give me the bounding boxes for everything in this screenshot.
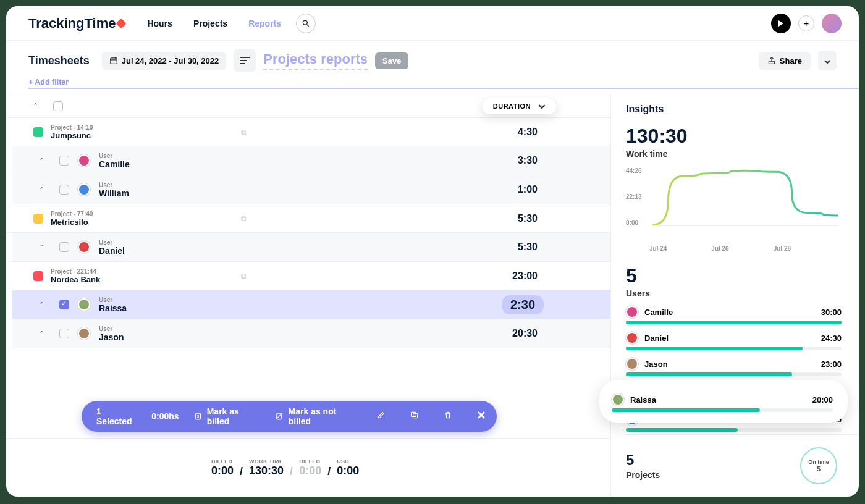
selection-action-bar: 1 Selected 0:00hs $ Mark as billed Mark … bbox=[82, 401, 497, 432]
total-work-time: 130:30 bbox=[249, 464, 284, 477]
share-button[interactable]: Share bbox=[759, 52, 811, 70]
external-link-icon[interactable]: ⧉ bbox=[241, 128, 247, 136]
share-dropdown[interactable] bbox=[818, 51, 837, 70]
user-name: Camille bbox=[99, 159, 130, 169]
nav-projects[interactable]: Projects bbox=[193, 19, 227, 28]
delete-button[interactable] bbox=[439, 411, 457, 422]
project-color-icon bbox=[33, 127, 43, 137]
user-row[interactable]: ⌃ UserRaissa 2:30 bbox=[6, 290, 610, 319]
list-icon bbox=[240, 57, 250, 64]
total-usd: 0:00 bbox=[337, 464, 359, 477]
project-row[interactable]: Project - 221:44Nordea Bank ⧉ 23:00 bbox=[6, 262, 610, 290]
user-breakdown-row[interactable]: Daniel24:30 bbox=[626, 332, 842, 344]
row-checkbox[interactable] bbox=[59, 329, 69, 338]
insights-projects-label: Projects bbox=[626, 470, 660, 480]
row-checkbox[interactable] bbox=[59, 242, 69, 252]
row-duration: 23:00 bbox=[512, 271, 538, 282]
user-row[interactable]: ⌃ UserJason 20:30 bbox=[6, 319, 610, 348]
row-caret[interactable]: ⌃ bbox=[35, 330, 48, 338]
user-breakdown-row[interactable]: Camille30:00 bbox=[626, 306, 842, 318]
chevron-down-icon bbox=[824, 60, 830, 64]
row-caret[interactable]: ⌃ bbox=[35, 301, 48, 309]
close-bar-button[interactable] bbox=[472, 411, 491, 422]
profile-avatar[interactable] bbox=[822, 14, 842, 33]
svg-text:$: $ bbox=[197, 414, 199, 418]
duration-header-dropdown[interactable]: DURATION bbox=[481, 98, 557, 115]
external-link-icon[interactable]: ⧉ bbox=[241, 272, 247, 280]
selection-count: 1 Selected bbox=[96, 406, 137, 426]
user-breakdown-row[interactable]: Jason23:00 bbox=[626, 358, 842, 370]
user-label: User bbox=[99, 153, 130, 159]
mark-billed-button[interactable]: $ Mark as billed bbox=[194, 406, 261, 426]
user-row[interactable]: ⌃ UserDaniel 5:30 bbox=[6, 233, 610, 262]
project-row[interactable]: Project - 14:10Jumpsunc ⧉ 4:30 bbox=[6, 118, 610, 146]
user-bar-name: Jason bbox=[644, 359, 815, 369]
row-caret[interactable]: ⌃ bbox=[35, 243, 48, 251]
nav-hours[interactable]: Hours bbox=[147, 19, 172, 28]
row-duration: 5:30 bbox=[518, 213, 538, 224]
select-all-checkbox[interactable] bbox=[53, 101, 63, 111]
add-filter-button[interactable]: + Add filter bbox=[28, 78, 859, 89]
row-checkbox[interactable] bbox=[59, 185, 69, 195]
user-label: User bbox=[99, 239, 125, 246]
user-bar-name: Daniel bbox=[644, 334, 815, 343]
user-avatar-icon bbox=[78, 154, 90, 167]
total-billed: 0:00 bbox=[211, 464, 234, 477]
user-avatar-icon bbox=[612, 393, 624, 406]
insights-users-label: Users bbox=[626, 288, 842, 298]
project-color-icon bbox=[33, 214, 43, 224]
user-breakdown-highlight[interactable]: Raissa20:00 bbox=[599, 380, 848, 423]
share-icon bbox=[767, 56, 776, 65]
nav-reports[interactable]: Reports bbox=[248, 19, 281, 28]
search-icon bbox=[302, 19, 310, 28]
project-name: Nordea Bank bbox=[51, 275, 100, 284]
project-meta: Project - 77:40 bbox=[51, 211, 93, 217]
logo-mark-icon bbox=[116, 18, 127, 28]
project-row[interactable]: Project - 77:40Metricsilo ⧉ 5:30 bbox=[6, 204, 610, 233]
row-caret[interactable]: ⌃ bbox=[35, 157, 48, 165]
row-duration: 5:30 bbox=[518, 242, 538, 253]
top-nav: TrackingTime Hours Projects Reports + bbox=[6, 6, 859, 41]
logo[interactable]: TrackingTime bbox=[28, 15, 125, 32]
user-avatar-icon bbox=[78, 298, 90, 311]
project-name: Jumpsunc bbox=[51, 131, 93, 140]
row-caret[interactable]: ⌃ bbox=[35, 186, 48, 194]
ontime-badge: On time 5 bbox=[800, 447, 837, 484]
chevron-down-icon bbox=[538, 104, 546, 109]
edit-button[interactable] bbox=[371, 411, 390, 422]
user-avatar-icon bbox=[626, 358, 638, 370]
play-button[interactable] bbox=[771, 14, 791, 33]
row-duration: 2:30 bbox=[502, 295, 544, 314]
report-title-input[interactable]: Projects reports bbox=[263, 51, 368, 70]
total-billed-2: 0:00 bbox=[299, 464, 321, 477]
row-checkbox[interactable] bbox=[59, 156, 69, 166]
user-bar-time: 20:00 bbox=[812, 395, 833, 405]
row-duration: 3:30 bbox=[518, 155, 538, 166]
user-row[interactable]: ⌃ UserCamille 3:30 bbox=[6, 146, 610, 175]
collapse-all[interactable]: ⌃ bbox=[28, 102, 42, 110]
user-bar-name: Camille bbox=[644, 308, 815, 317]
receipt-slash-icon bbox=[275, 412, 283, 421]
mark-not-billed-button[interactable]: Mark as not billed bbox=[275, 406, 357, 426]
row-duration: 1:00 bbox=[518, 184, 538, 195]
add-button[interactable]: + bbox=[798, 15, 814, 32]
user-avatar-icon bbox=[78, 183, 90, 196]
save-button[interactable]: Save bbox=[375, 52, 408, 69]
insights-title: Insights bbox=[626, 104, 842, 115]
external-link-icon[interactable]: ⧉ bbox=[241, 214, 247, 223]
date-range-picker[interactable]: Jul 24, 2022 - Jul 30, 2022 bbox=[102, 52, 227, 70]
svg-rect-15 bbox=[411, 412, 416, 416]
user-label: User bbox=[99, 326, 124, 332]
user-avatar-icon bbox=[78, 241, 90, 253]
row-checkbox[interactable] bbox=[59, 300, 69, 309]
user-bar-time: 24:30 bbox=[821, 334, 842, 343]
report-toolbar: Timesheets Jul 24, 2022 - Jul 30, 2022 P… bbox=[6, 41, 859, 78]
search-button[interactable] bbox=[296, 14, 316, 33]
copy-button[interactable] bbox=[405, 411, 424, 422]
view-options-button[interactable] bbox=[234, 49, 256, 72]
svg-rect-2 bbox=[110, 58, 117, 64]
user-row[interactable]: ⌃ UserWilliam 1:00 bbox=[6, 175, 610, 204]
user-bar-name: Raissa bbox=[630, 395, 806, 405]
selection-hours: 0:00hs bbox=[151, 411, 179, 421]
insights-work-time: 130:30 bbox=[626, 125, 842, 148]
